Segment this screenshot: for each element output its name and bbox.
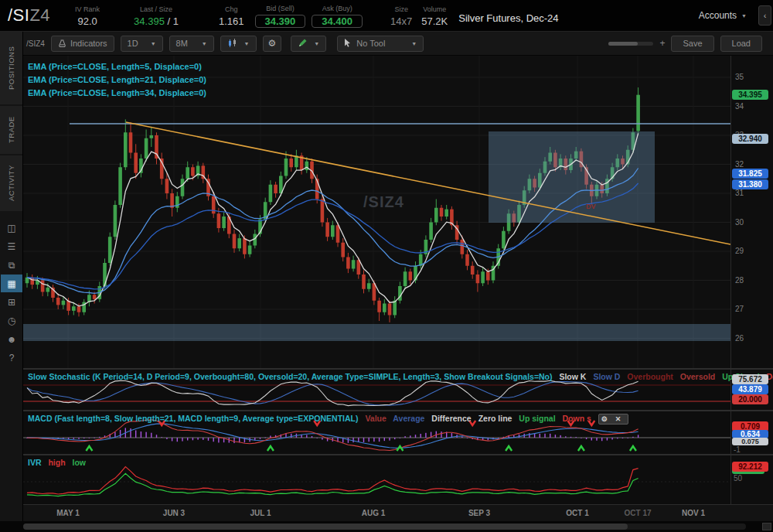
ema34-label[interactable]: EMA (Price=CLOSE, Length=34, Displace=0) — [28, 87, 206, 100]
timeframe-dropdown[interactable]: 1D ▼ — [121, 36, 163, 52]
toolbar-symbol: /SIZ4 — [26, 39, 45, 48]
bid-label: Bid (Sell) — [266, 4, 295, 14]
panel-divider — [23, 410, 773, 411]
zoom-slider-handle[interactable] — [608, 42, 638, 46]
active-tool-dropdown[interactable]: No Tool ▼ — [337, 36, 424, 52]
last-value: 34.395 — [134, 15, 165, 27]
legend-slow-d: Slow D — [593, 372, 620, 381]
drawing-icon — [298, 39, 307, 48]
price-tick: 26 — [735, 334, 744, 343]
last-price-badge: 34.395 — [732, 90, 768, 100]
grid-icon[interactable]: ⊞ — [1, 293, 22, 311]
community-icon[interactable]: ☻ — [1, 330, 22, 348]
symbol-root: /SI — [8, 5, 29, 25]
sidebar-tab-trade[interactable]: TRADE — [0, 106, 22, 154]
legend-oversold: Oversold — [680, 372, 716, 381]
indicators-button[interactable]: Indicators — [51, 36, 114, 52]
sidebar-tab-positions[interactable]: POSITIONS — [0, 32, 22, 104]
accounts-dropdown[interactable]: Accounts ▼ — [699, 10, 747, 21]
macd-axis-label: -1 — [734, 445, 741, 454]
load-button[interactable]: Load — [720, 36, 762, 52]
time-axis: MAY 1JUN 3JUL 1AUG 1SEP 3OCT 1OCT 17NOV … — [23, 504, 773, 521]
price-tick: 35 — [735, 73, 744, 81]
panel-divider — [23, 454, 773, 455]
collapse-panel-button[interactable]: ‹ — [758, 5, 771, 26]
macd-title[interactable]: MACD (Fast length=8, Slow length=21, MAC… — [28, 414, 358, 423]
time-tick: NOV 1 — [682, 509, 705, 517]
chart-settings-button[interactable]: ⚙ — [263, 36, 282, 52]
iv-rank-field: IV Rank 92.0 — [75, 5, 100, 26]
ivr-header: IVR high low — [28, 458, 90, 467]
quote-bar: /SIZ4 IV Rank 92.0 Last / Size 34.395 / … — [0, 0, 773, 32]
chart-icon[interactable]: ▦ — [1, 275, 22, 292]
indicator-labels[interactable]: EMA (Price=CLOSE, Length=5, Displace=0) … — [28, 60, 206, 100]
panel-divider — [23, 368, 773, 370]
legend-macd-up-signal: Up signal — [519, 414, 555, 423]
stoch-oversold-badge: 20.000 — [732, 394, 768, 404]
help-icon[interactable]: ? — [1, 349, 22, 367]
chg-label: Chg — [225, 5, 238, 15]
last-size-label: Last / Size — [140, 5, 172, 15]
ema21-label[interactable]: EMA (Price=CLOSE, Length=21, Displace=0) — [28, 73, 206, 87]
legend-macd-difference: Difference — [431, 414, 471, 423]
time-tick: MAY 1 — [56, 509, 79, 517]
legend-slow-k: Slow K — [559, 372, 586, 381]
instrument-description: Silver Futures, Dec-24 — [458, 12, 558, 24]
chg-value: 1.161 — [219, 16, 244, 26]
stochastic-title[interactable]: Slow Stochastic (K Period=14, D Period=9… — [28, 372, 553, 381]
ivr-panel[interactable] — [23, 455, 730, 504]
analyze-icon[interactable]: ☰ — [1, 237, 22, 255]
level-price-badge: 32.940 — [732, 134, 768, 144]
chart-toolbar: /SIZ4 Indicators 1D ▼ 8M ▼ ▼ ⚙ ▼ — [23, 32, 773, 56]
ask-field: Ask (Buy) 34.400 — [312, 4, 363, 28]
save-button[interactable]: Save — [671, 36, 713, 52]
macd-settings-gear-icon[interactable]: ⚙ — [601, 415, 608, 423]
ask-button[interactable]: 34.400 — [312, 15, 363, 28]
scrollbar-handle[interactable] — [23, 523, 628, 530]
last-size-field: Last / Size 34.395 / 1 — [134, 5, 179, 26]
cursor-icon — [344, 39, 352, 48]
ema34-price-badge: 31.380 — [732, 179, 768, 189]
drawing-tools-dropdown[interactable]: ▼ — [291, 36, 326, 52]
size-value: 14x7 — [390, 16, 412, 26]
svg-text:DV: DV — [586, 203, 596, 210]
time-tick: SEP 3 — [468, 509, 490, 517]
last-size-suffix: / 1 — [168, 15, 179, 27]
history-icon[interactable]: ◷ — [1, 312, 22, 329]
ema21-price-badge: 31.825 — [732, 169, 768, 179]
legend-ivr-low: low — [73, 458, 87, 467]
zoom-in-button[interactable]: + — [659, 38, 665, 49]
watchlist-icon[interactable]: ◫ — [1, 219, 22, 237]
chart-type-dropdown[interactable]: ▼ — [220, 36, 257, 52]
indicators-label: Indicators — [70, 39, 107, 48]
main-chart-canvas[interactable]: /SIZ4DV — [23, 56, 730, 370]
popout-chart-icon[interactable]: ⧉ — [1, 256, 22, 274]
bid-button[interactable]: 34.390 — [255, 15, 306, 28]
ask-label: Ask (Buy) — [322, 4, 352, 14]
chevron-down-icon: ▼ — [151, 41, 156, 46]
chevron-down-icon: ▼ — [314, 41, 319, 46]
chevron-down-icon: ▼ — [202, 41, 207, 46]
iv-rank-label: IV Rank — [75, 5, 100, 15]
accounts-label: Accounts — [699, 10, 737, 21]
ivr-high-badge: 92.212 — [732, 462, 768, 472]
volume-field: Volume 57.2K — [421, 5, 448, 26]
range-value: 8M — [176, 39, 188, 48]
price-tick: 29 — [735, 247, 744, 255]
ema5-label[interactable]: EMA (Price=CLOSE, Length=5, Displace=0) — [28, 60, 206, 73]
volume-value: 57.2K — [421, 16, 448, 26]
size-label: Size — [394, 5, 408, 15]
sidebar-tab-activity[interactable]: ACTIVITY — [0, 155, 22, 211]
price-tick: 27 — [735, 305, 744, 313]
ivr-title[interactable]: IVR — [28, 458, 42, 467]
iv-rank-value: 92.0 — [77, 16, 97, 26]
price-tick: 30 — [735, 218, 744, 227]
symbol-suffix: Z4 — [29, 5, 50, 25]
range-dropdown[interactable]: 8M ▼ — [169, 36, 214, 52]
zoom-slider[interactable] — [608, 42, 653, 46]
scrollbar-track[interactable] — [23, 523, 746, 530]
gear-icon: ⚙ — [268, 38, 277, 49]
time-tick: JUN 3 — [163, 509, 185, 517]
scrollbar-corner-button[interactable] — [762, 523, 771, 530]
macd-close-icon[interactable]: ✕ — [615, 415, 621, 423]
